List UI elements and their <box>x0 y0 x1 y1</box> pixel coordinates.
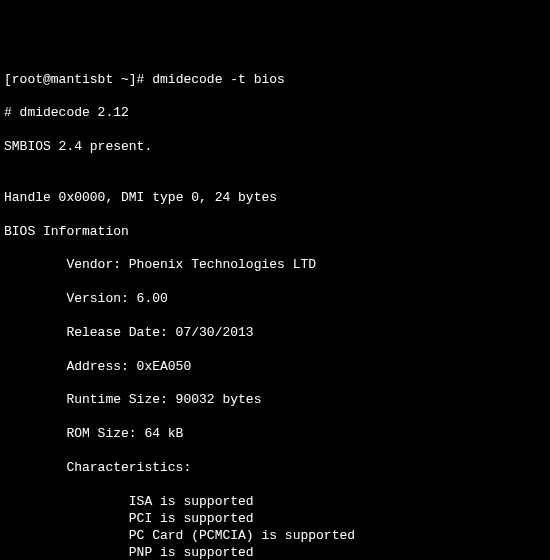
field-version: Version: 6.00 <box>4 291 546 308</box>
handle-line: Handle 0x0000, DMI type 0, 24 bytes <box>4 190 546 207</box>
characteristic-item: PNP is supported <box>4 545 546 561</box>
field-address: Address: 0xEA050 <box>4 359 546 376</box>
characteristic-item: ISA is supported <box>4 494 546 511</box>
output-header-2: SMBIOS 2.4 present. <box>4 139 546 156</box>
characteristics-list: ISA is supportedPCI is supportedPC Card … <box>4 494 546 560</box>
field-rom-size: ROM Size: 64 kB <box>4 426 546 443</box>
output-header-1: # dmidecode 2.12 <box>4 105 546 122</box>
characteristic-item: PC Card (PCMCIA) is supported <box>4 528 546 545</box>
terminal-prompt-line[interactable]: [root@mantisbt ~]# dmidecode -t bios <box>4 72 546 89</box>
section-title: BIOS Information <box>4 224 546 241</box>
field-release-date: Release Date: 07/30/2013 <box>4 325 546 342</box>
field-characteristics-label: Characteristics: <box>4 460 546 477</box>
characteristic-item: PCI is supported <box>4 511 546 528</box>
field-vendor: Vendor: Phoenix Technologies LTD <box>4 257 546 274</box>
field-runtime-size: Runtime Size: 90032 bytes <box>4 392 546 409</box>
